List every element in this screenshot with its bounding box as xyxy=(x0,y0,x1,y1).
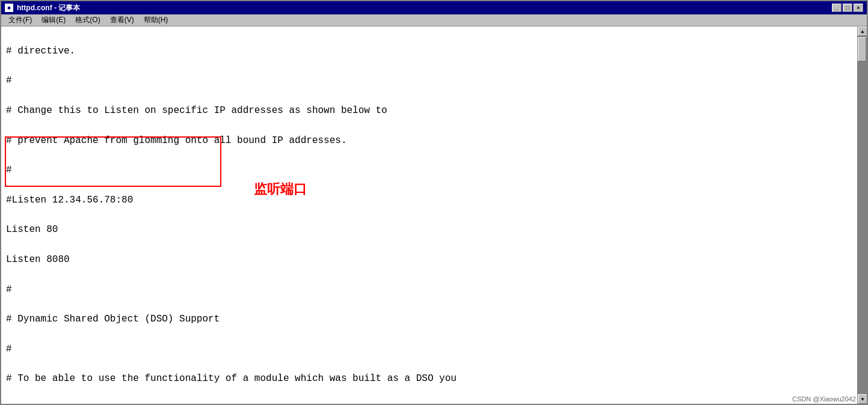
title-bar-left: ■ httpd.conf - 记事本 xyxy=(5,3,80,13)
menu-view[interactable]: 查看(V) xyxy=(105,14,139,26)
text-line-9: # xyxy=(6,282,852,297)
menu-file[interactable]: 文件(F) xyxy=(4,14,37,26)
scroll-up-button[interactable]: ▲ xyxy=(858,26,867,36)
maximize-button[interactable]: □ xyxy=(843,4,852,12)
close-button[interactable]: × xyxy=(854,4,863,12)
content-area: # directive. # # Change this to Listen o… xyxy=(1,26,867,404)
text-line-3: # Change this to Listen on specific IP a… xyxy=(6,103,852,118)
scroll-thumb[interactable] xyxy=(858,37,866,61)
text-line-7: Listen 80 xyxy=(6,222,852,237)
text-line-10: # Dynamic Shared Object (DSO) Support xyxy=(6,312,852,327)
text-editor[interactable]: # directive. # # Change this to Listen o… xyxy=(1,26,857,404)
menu-edit[interactable]: 编辑(E) xyxy=(37,14,70,26)
window-title: httpd.conf - 记事本 xyxy=(17,3,80,13)
text-line-1: # directive. xyxy=(6,44,852,59)
scroll-down-button[interactable]: ▼ xyxy=(858,394,867,404)
text-line-13: # have to place corresponding `LoadModul… xyxy=(6,401,852,404)
menu-help[interactable]: 帮助(H) xyxy=(139,14,173,26)
text-line-6: #Listen 12.34.56.78:80 xyxy=(6,193,852,208)
text-line-12: # To be able to use the functionality of… xyxy=(6,371,852,386)
text-line-8: Listen 8080 xyxy=(6,252,852,267)
title-bar: ■ httpd.conf - 记事本 _ □ × xyxy=(1,1,867,14)
watermark: CSDN @Xiaowu2042 xyxy=(792,395,856,403)
text-line-11: # xyxy=(6,342,852,357)
vertical-scrollbar[interactable]: ▲ ▼ xyxy=(857,26,867,404)
menu-format[interactable]: 格式(O) xyxy=(70,14,105,26)
text-line-2: # xyxy=(6,73,852,88)
main-window: ■ httpd.conf - 记事本 _ □ × 文件(F) 编辑(E) 格式(… xyxy=(0,0,868,405)
menu-bar: 文件(F) 编辑(E) 格式(O) 查看(V) 帮助(H) xyxy=(1,14,867,26)
text-line-5: # xyxy=(6,163,852,178)
app-icon: ■ xyxy=(5,4,13,12)
scroll-track[interactable] xyxy=(858,36,867,394)
minimize-button[interactable]: _ xyxy=(832,4,842,12)
title-bar-buttons: _ □ × xyxy=(832,4,863,12)
text-line-4: # prevent Apache from glomming onto all … xyxy=(6,133,852,148)
